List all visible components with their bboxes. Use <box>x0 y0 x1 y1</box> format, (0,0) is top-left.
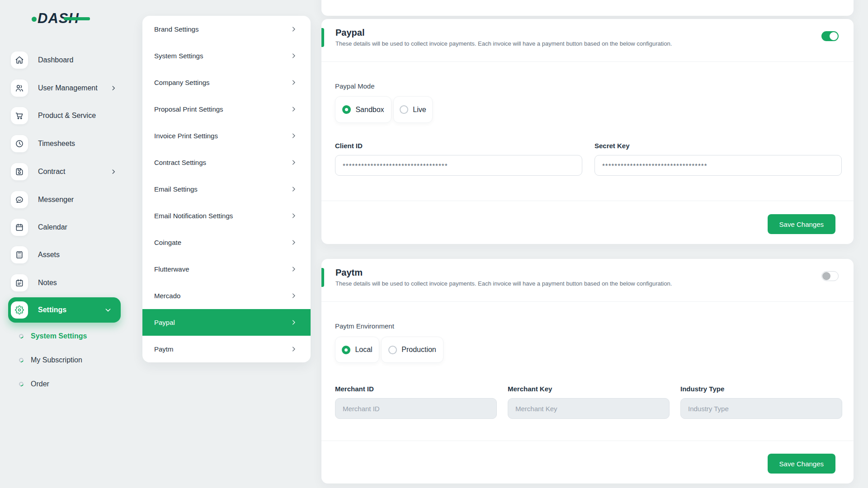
paytm-save-button[interactable]: Save Changes <box>768 454 835 474</box>
sidebar-item-label: Timesheets <box>38 140 75 148</box>
secret-key-input[interactable] <box>594 155 842 176</box>
chevron-right-icon <box>110 169 117 175</box>
paypal-save-button[interactable]: Save Changes <box>768 214 835 234</box>
sidebar-item-label: Product & Service <box>38 112 96 120</box>
paytm-card-footer: Save Changes <box>321 441 854 483</box>
bullet-icon <box>18 357 24 363</box>
chevron-right-icon <box>290 132 297 139</box>
paypal-mode-group: Sandbox Live <box>335 96 433 123</box>
paytm-environment-group: Local Production <box>335 337 443 363</box>
paytm-card: Paytm These details will be used to coll… <box>321 259 854 483</box>
menu-item-label: Contract Settings <box>154 159 206 166</box>
sidebar-subitem-order[interactable]: Order <box>19 379 49 389</box>
merchant-id-label: Merchant ID <box>335 385 497 393</box>
sidebar-subitem-label: Order <box>31 380 49 388</box>
sidebar-item-product-service[interactable]: Product & Service <box>11 107 127 124</box>
chevron-down-icon <box>104 306 112 314</box>
menu-item-label: Flutterwave <box>154 265 189 273</box>
menu-item-contract-settings[interactable]: Contract Settings <box>142 149 311 176</box>
radio-option-label: Production <box>401 346 436 354</box>
client-id-field-group: Client ID <box>335 142 582 176</box>
menu-item-invoice-print-settings[interactable]: Invoice Print Settings <box>142 122 311 149</box>
merchant-key-input[interactable] <box>508 398 670 419</box>
sidebar-item-messenger[interactable]: Messenger <box>11 191 127 208</box>
menu-item-mercado[interactable]: Mercado <box>142 282 311 309</box>
sidebar-item-assets[interactable]: Assets <box>11 246 127 263</box>
home-icon <box>11 52 28 69</box>
sidebar-item-timesheets[interactable]: Timesheets <box>11 135 127 152</box>
menu-item-system-settings[interactable]: System Settings <box>142 42 311 69</box>
sidebar-item-dashboard[interactable]: Dashboard <box>11 52 127 69</box>
menu-item-label: Brand Settings <box>154 25 198 33</box>
menu-item-email-settings[interactable]: Email Settings <box>142 176 311 202</box>
industry-type-input[interactable] <box>680 398 842 419</box>
client-id-input[interactable] <box>335 155 582 176</box>
logo-text: DASH <box>38 10 79 27</box>
chevron-right-icon <box>290 319 297 326</box>
app-screen: DASH Dashboard User Management Product &… <box>0 0 868 488</box>
sidebar-item-contract[interactable]: Contract <box>11 163 127 180</box>
chevron-right-icon <box>110 85 117 91</box>
menu-item-flutterwave[interactable]: Flutterwave <box>142 256 311 282</box>
chevron-right-icon <box>290 266 297 272</box>
menu-item-email-notification-settings[interactable]: Email Notification Settings <box>142 202 311 229</box>
radio-unselected-icon <box>388 346 397 354</box>
menu-item-company-settings[interactable]: Company Settings <box>142 69 311 96</box>
sidebar-subitem-label: System Settings <box>31 332 87 340</box>
paytm-enabled-toggle[interactable] <box>821 271 839 281</box>
menu-item-paypal[interactable]: Paypal <box>142 309 311 336</box>
paypal-card: Paypal These details will be used to col… <box>321 19 854 244</box>
client-id-label: Client ID <box>335 142 582 150</box>
sidebar-item-label: Dashboard <box>38 56 73 64</box>
menu-item-brand-settings[interactable]: Brand Settings <box>142 16 311 42</box>
menu-item-label: Coingate <box>154 239 181 246</box>
paytm-description: These details will be used to collect in… <box>335 280 854 287</box>
secret-key-label: Secret Key <box>594 142 842 150</box>
settings-menu-panel: Brand Settings System Settings Company S… <box>142 16 311 362</box>
sidebar-subitem-my-subscription[interactable]: My Subscription <box>19 355 82 366</box>
sidebar-item-notes[interactable]: Notes <box>11 274 127 291</box>
menu-item-label: System Settings <box>154 52 203 60</box>
merchant-key-label: Merchant Key <box>508 385 670 393</box>
paypal-enabled-toggle[interactable] <box>821 31 839 41</box>
menu-item-paytm[interactable]: Paytm <box>142 336 311 362</box>
paytm-fields-row: Merchant ID Merchant Key Industry Type <box>335 385 842 419</box>
paypal-mode-option-live[interactable]: Live <box>393 96 433 123</box>
clock-icon <box>11 135 28 152</box>
merchant-key-field-group: Merchant Key <box>508 385 670 419</box>
paypal-mode-label: Paypal Mode <box>335 82 375 90</box>
merchant-id-field-group: Merchant ID <box>335 385 497 419</box>
radio-option-label: Live <box>413 106 426 114</box>
sidebar-item-user-management[interactable]: User Management <box>11 80 127 97</box>
sidebar-subitem-system-settings[interactable]: System Settings <box>19 331 87 342</box>
paytm-environment-label: Paytm Environment <box>335 322 394 330</box>
chevron-right-icon <box>290 186 297 192</box>
industry-type-field-group: Industry Type <box>680 385 842 419</box>
radio-option-label: Local <box>355 346 372 354</box>
sidebar-item-settings[interactable]: Settings <box>8 297 121 323</box>
chevron-right-icon <box>290 292 297 299</box>
radio-selected-icon <box>342 105 351 114</box>
sidebar-item-label: Calendar <box>38 223 67 231</box>
menu-item-proposal-print-settings[interactable]: Proposal Print Settings <box>142 96 311 122</box>
menu-item-label: Paypal <box>154 319 175 326</box>
paytm-env-option-production[interactable]: Production <box>381 337 443 363</box>
industry-type-label: Industry Type <box>680 385 842 393</box>
accent-bar <box>321 28 324 47</box>
secret-key-field-group: Secret Key <box>594 142 842 176</box>
app-logo[interactable]: DASH <box>32 10 79 27</box>
logo-dot-icon <box>32 17 37 22</box>
merchant-id-input[interactable] <box>335 398 497 419</box>
paytm-env-option-local[interactable]: Local <box>335 337 379 363</box>
menu-item-label: Proposal Print Settings <box>154 105 223 113</box>
menu-item-coingate[interactable]: Coingate <box>142 229 311 256</box>
sidebar-item-label: Contract <box>38 168 65 176</box>
chevron-right-icon <box>290 239 297 246</box>
paypal-mode-option-sandbox[interactable]: Sandbox <box>335 96 392 123</box>
chevron-right-icon <box>290 159 297 166</box>
sidebar-item-calendar[interactable]: Calendar <box>11 219 127 236</box>
paypal-fields-row: Client ID Secret Key <box>335 142 842 176</box>
chevron-right-icon <box>290 346 297 352</box>
sidebar-subitem-label: My Subscription <box>31 356 82 364</box>
paytm-card-header: Paytm These details will be used to coll… <box>321 259 854 302</box>
